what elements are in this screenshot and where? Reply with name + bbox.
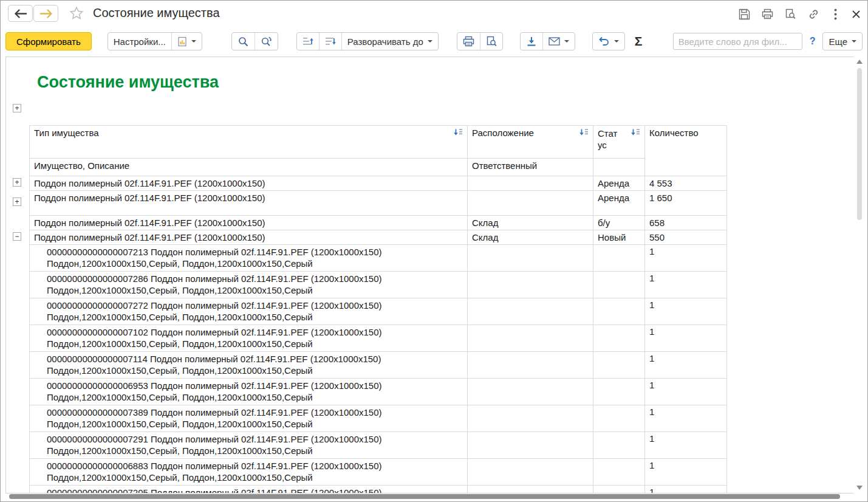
col-header-responsible[interactable]: Ответственный [468, 159, 593, 176]
cell-status[interactable] [593, 459, 645, 486]
cell-quantity[interactable]: 1 [645, 298, 727, 325]
expander-group-row-4[interactable]: − [13, 232, 21, 241]
cell-quantity[interactable]: 658 [645, 216, 727, 230]
cell-status[interactable] [593, 298, 645, 325]
get-link-button[interactable] [806, 7, 821, 21]
cell-responsible[interactable] [468, 245, 593, 272]
generate-button[interactable]: Сформировать [5, 32, 92, 50]
cell-responsible[interactable] [468, 325, 593, 352]
cell-property-description[interactable]: 00000000000000007213 Поддон полимерный 0… [30, 245, 468, 272]
cell-type[interactable]: Поддон полимерный 02f.114F.91.PEF (1200x… [30, 191, 468, 216]
col-header-quantity-label: Количество [649, 128, 699, 138]
vertical-scrollbar-thumb[interactable] [857, 68, 862, 220]
cell-status[interactable] [593, 405, 645, 432]
find-next-button[interactable] [255, 33, 278, 50]
window-menu-button[interactable] [828, 7, 842, 21]
expand-to-button[interactable]: Разворачивать до [341, 33, 438, 50]
favorite-button[interactable] [69, 6, 84, 22]
cell-responsible[interactable] [468, 352, 593, 379]
cell-property-description[interactable]: 00000000000000007205 Поддон полимерный 0… [30, 486, 468, 494]
col-header-location[interactable]: Расположение [468, 126, 593, 159]
collapse-groups-button[interactable] [297, 33, 319, 50]
cell-status[interactable] [593, 245, 645, 272]
horizontal-scrollbar[interactable] [7, 494, 850, 500]
cell-quantity[interactable]: 1 [645, 459, 727, 486]
cell-quantity[interactable]: 1 650 [645, 191, 727, 216]
cell-location[interactable]: Склад [468, 230, 593, 245]
help-button[interactable]: ? [810, 36, 816, 47]
report-variants-button[interactable] [171, 33, 202, 50]
cell-status[interactable]: Аренда [593, 176, 645, 191]
send-email-button[interactable] [542, 33, 575, 50]
cell-status[interactable]: Новый [593, 230, 645, 245]
cell-responsible[interactable] [468, 486, 593, 494]
horizontal-scrollbar-thumb[interactable] [9, 494, 840, 499]
titlebar: Состояние имущества [1, 1, 867, 26]
cell-status[interactable]: Аренда [593, 191, 645, 216]
cell-property-description[interactable]: 00000000000000006953 Поддон полимерный 0… [30, 379, 468, 405]
more-button[interactable]: Еще [823, 33, 862, 50]
cell-quantity[interactable]: 1 [645, 352, 727, 379]
vertical-scrollbar[interactable] [855, 57, 864, 492]
cell-property-description[interactable]: 00000000000000007114 Поддон полимерный 0… [30, 352, 468, 379]
cell-property-description[interactable]: 00000000000000007272 Поддон полимерный 0… [30, 298, 468, 325]
cell-quantity[interactable]: 1 [645, 272, 727, 298]
cell-type[interactable]: Поддон полимерный 02f.114F.91.PEF (1200x… [30, 216, 468, 230]
cell-quantity[interactable]: 4 553 [645, 176, 727, 191]
cell-location[interactable] [468, 176, 593, 191]
cell-responsible[interactable] [468, 405, 593, 432]
cell-responsible[interactable] [468, 432, 593, 459]
cell-property-description[interactable]: 00000000000000007291 Поддон полимерный 0… [30, 432, 468, 459]
save-file-button[interactable] [521, 33, 542, 50]
col-header-quantity[interactable]: Количество [645, 126, 727, 176]
print-preview-button[interactable] [783, 7, 798, 21]
save-button[interactable] [737, 7, 751, 21]
close-button[interactable] [849, 7, 863, 21]
cell-property-description[interactable]: 00000000000000007286 Поддон полимерный 0… [30, 272, 468, 298]
cell-quantity[interactable]: 1 [645, 379, 727, 405]
print-report-button[interactable] [457, 33, 480, 50]
cell-status[interactable] [593, 379, 645, 405]
cell-quantity[interactable]: 550 [645, 230, 727, 245]
cell-type[interactable]: Поддон полимерный 02f.114F.91.PEF (1200x… [30, 230, 468, 245]
preview-report-button[interactable] [480, 33, 502, 50]
scroll-down-arrow-icon[interactable] [856, 486, 863, 490]
cell-status[interactable] [593, 352, 645, 379]
cell-status[interactable] [593, 432, 645, 459]
cell-responsible[interactable] [468, 298, 593, 325]
cell-responsible[interactable] [468, 459, 593, 486]
cell-property-description[interactable]: 00000000000000007102 Поддон полимерный 0… [30, 325, 468, 352]
filter-input[interactable] [673, 33, 802, 50]
cell-quantity[interactable]: 1 [645, 245, 727, 272]
expander-group-row-1[interactable]: + [13, 178, 21, 187]
cell-status[interactable]: б/у [593, 216, 645, 230]
cell-responsible[interactable] [468, 379, 593, 405]
cell-responsible[interactable] [468, 272, 593, 298]
forward-button[interactable] [33, 5, 58, 22]
find-button[interactable] [232, 33, 255, 50]
cell-type[interactable]: Поддон полимерный 02f.114F.91.PEF (1200x… [30, 176, 468, 191]
cell-quantity[interactable]: 1 [645, 325, 727, 352]
col-header-type[interactable]: Тип имущества [30, 126, 468, 159]
scroll-up-arrow-icon[interactable] [856, 60, 863, 64]
cell-property-description[interactable]: 00000000000000006883 Поддон полимерный 0… [30, 459, 468, 486]
expand-groups-button[interactable] [319, 33, 341, 50]
cell-quantity[interactable]: 1 [645, 405, 727, 432]
cell-quantity[interactable]: 1 [645, 486, 727, 494]
sum-button[interactable]: Σ [635, 34, 643, 49]
undo-button[interactable] [593, 33, 624, 50]
cell-status[interactable] [593, 486, 645, 494]
back-button[interactable] [8, 5, 33, 22]
cell-property-description[interactable]: 00000000000000007389 Поддон полимерный 0… [30, 405, 468, 432]
expander-group-row-2[interactable]: + [13, 198, 21, 206]
expander-report-level[interactable]: + [13, 104, 21, 112]
cell-status[interactable] [593, 325, 645, 352]
cell-status[interactable] [593, 272, 645, 298]
cell-quantity[interactable]: 1 [645, 432, 727, 459]
col-header-property[interactable]: Имущество, Описание [30, 159, 468, 176]
cell-location[interactable] [468, 191, 593, 216]
settings-button[interactable]: Настройки... [108, 33, 171, 50]
cell-location[interactable]: Склад [468, 216, 593, 230]
print-button[interactable] [760, 7, 774, 21]
col-header-status[interactable]: Статус [593, 126, 645, 159]
